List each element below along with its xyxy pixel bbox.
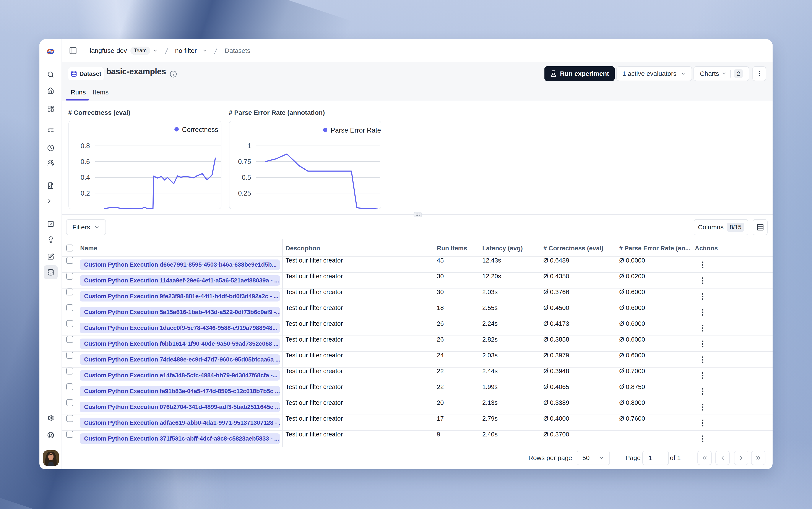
- svg-text:0.4: 0.4: [80, 174, 90, 181]
- svg-text:0.2: 0.2: [80, 190, 90, 197]
- svg-text:0.8: 0.8: [80, 142, 90, 150]
- svg-text:Parse Error Rate: Parse Error Rate: [331, 127, 381, 134]
- svg-text:0.6: 0.6: [80, 158, 90, 166]
- svg-text:0.75: 0.75: [238, 158, 251, 166]
- svg-text:Correctness: Correctness: [182, 126, 218, 133]
- svg-text:0.25: 0.25: [238, 190, 251, 197]
- svg-text:0.5: 0.5: [242, 174, 251, 181]
- svg-text:1: 1: [247, 142, 251, 150]
